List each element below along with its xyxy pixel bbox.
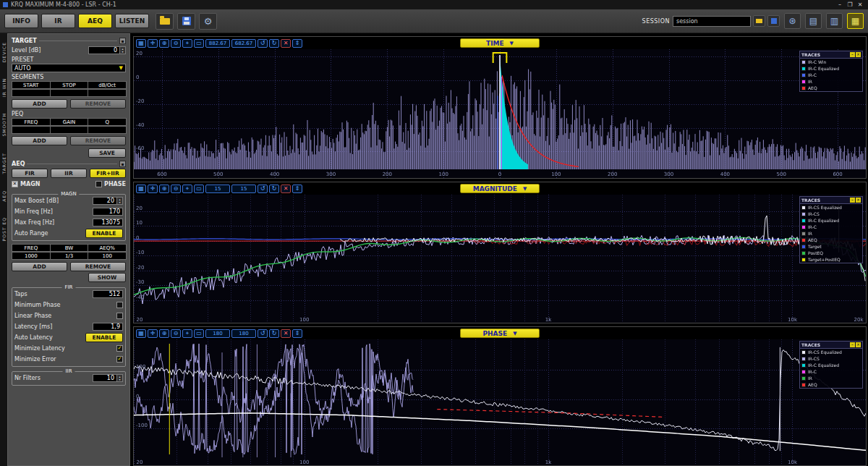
range-value-button[interactable]: 180 — [205, 329, 230, 338]
close-icon[interactable]: ✕ — [855, 1, 865, 8]
table-cell[interactable] — [50, 126, 89, 134]
legend-close-icon[interactable]: ✕ — [856, 342, 861, 347]
redo-icon[interactable]: ↻ — [269, 329, 279, 338]
minimize-error-checkbox[interactable]: ✓ — [116, 356, 123, 363]
max-boost-spinner[interactable]: ▴▾ — [117, 197, 123, 205]
side-tab-smooth[interactable]: SMOOTH — [1, 113, 7, 137]
log-scale-icon[interactable]: ▦ — [136, 185, 146, 193]
pan-icon[interactable]: ✛ — [148, 329, 158, 338]
zoom-out-icon[interactable]: ⊖ — [171, 39, 181, 48]
aeq-table-row[interactable]: 10001/3100 — [12, 252, 126, 260]
level-input[interactable]: 0 — [88, 46, 120, 54]
layout-dual-icon[interactable]: ▥ — [826, 13, 843, 29]
clear-icon[interactable]: ✕ — [281, 329, 291, 338]
collapse-icon[interactable]: ▪ — [119, 38, 126, 44]
mode-iir-button[interactable]: IIR — [51, 169, 87, 178]
time-plot-canvas[interactable] — [134, 49, 866, 178]
legend-item[interactable]: IR-C — [800, 72, 862, 78]
legend-item[interactable]: AEQ — [800, 381, 862, 388]
legend-item[interactable]: Target — [800, 243, 862, 250]
side-tab-device[interactable]: DEVICE — [1, 42, 7, 62]
legend-item[interactable]: IR-CS Equalized — [800, 204, 862, 211]
aeq-show-button[interactable]: SHOW — [88, 273, 126, 282]
max-boost-input[interactable]: 20 — [93, 197, 117, 205]
zoom-window-icon[interactable]: ⌖ — [182, 185, 192, 193]
tab-ir[interactable]: IR — [41, 14, 75, 28]
autoscale-icon[interactable]: ⇕ — [292, 329, 302, 338]
redo-icon[interactable]: ↻ — [269, 39, 279, 48]
minimize-latency-checkbox[interactable]: ✓ — [116, 345, 123, 352]
log-scale-icon[interactable]: ▦ — [136, 329, 146, 338]
undo-icon[interactable]: ↺ — [258, 39, 268, 48]
phase-checkbox[interactable] — [95, 181, 102, 187]
table-cell[interactable]: 1000 — [12, 252, 51, 260]
table-cell[interactable] — [50, 89, 89, 97]
legend-item[interactable]: IR-CS — [800, 355, 862, 362]
processing-view-icon[interactable]: ⊛ — [784, 13, 801, 29]
zoom-window-icon[interactable]: ⌖ — [182, 329, 192, 338]
collapse-icon[interactable]: ▪ — [119, 161, 126, 167]
segments-empty-row[interactable] — [12, 89, 126, 97]
nr-filters-spinner[interactable]: ▴▾ — [117, 374, 123, 382]
segments-add-button[interactable]: ADD — [12, 99, 67, 109]
table-cell[interactable]: 100 — [88, 252, 127, 260]
zoom-in-icon[interactable]: ⊕ — [159, 39, 169, 48]
legend-item[interactable]: IR-C — [800, 224, 862, 230]
nr-filters-input[interactable]: 10 — [93, 374, 117, 382]
legend-close-icon[interactable]: ✕ — [856, 52, 861, 57]
preset-select[interactable]: AUTO ▼ — [12, 64, 126, 72]
side-tab-aeq[interactable]: AEQ — [1, 190, 7, 202]
undo-icon[interactable]: ↺ — [258, 329, 268, 338]
minimum-phase-checkbox[interactable] — [116, 302, 123, 308]
range-value-button[interactable]: 882.67 — [205, 39, 230, 48]
peq-remove-button[interactable]: REMOVE — [70, 136, 126, 145]
level-spinner[interactable]: ▴▾ — [120, 46, 126, 54]
layout-single-icon[interactable]: ▤ — [805, 13, 822, 29]
legend-close-icon[interactable]: ✕ — [856, 198, 861, 203]
layout-grid-icon[interactable]: ▦ — [847, 13, 864, 29]
range-value-button[interactable]: 682.67 — [231, 39, 256, 48]
session-load-button[interactable] — [753, 15, 765, 27]
pan-icon[interactable]: ✛ — [148, 185, 158, 193]
pan-icon[interactable]: ✛ — [148, 39, 158, 48]
legend-item[interactable]: IR — [800, 78, 862, 85]
peq-add-button[interactable]: ADD — [12, 136, 67, 145]
time-chart-title-dropdown[interactable]: TIME ▼ — [460, 38, 540, 48]
legend-item[interactable]: IR-CS Equalized — [800, 349, 862, 355]
session-save-button[interactable] — [767, 15, 780, 27]
tab-info[interactable]: INFO — [4, 14, 38, 28]
range-value-button[interactable]: 15 — [231, 185, 256, 193]
legend-collapse-icon[interactable]: – — [850, 198, 855, 203]
legend-item[interactable]: AEQ — [800, 237, 862, 243]
phase-plot-canvas[interactable] — [134, 339, 866, 465]
clear-icon[interactable]: ✕ — [281, 185, 291, 193]
auto-range-enable-button[interactable]: ENABLE — [85, 229, 123, 238]
save-file-button[interactable] — [177, 13, 195, 30]
zoom-out-icon[interactable]: ⊖ — [171, 329, 181, 338]
legend-collapse-icon[interactable]: – — [850, 52, 855, 57]
phase-chart-title-dropdown[interactable]: PHASE ▼ — [460, 329, 540, 338]
target-save-button[interactable]: SAVE — [88, 148, 126, 158]
minimize-icon[interactable]: – — [835, 1, 845, 8]
legend-item[interactable]: PostEQ — [800, 250, 862, 256]
table-cell[interactable] — [88, 89, 127, 97]
session-input[interactable]: session — [673, 16, 751, 27]
maximize-icon[interactable]: ❐ — [845, 1, 855, 8]
legend-item[interactable]: IR-C Equalized — [800, 362, 862, 368]
legend-item[interactable]: IR-CS — [800, 211, 862, 217]
table-cell[interactable] — [12, 126, 51, 134]
zoom-reset-icon[interactable]: ▭ — [194, 329, 204, 338]
legend-item[interactable]: IR-C Win — [800, 59, 862, 65]
min-freq-input[interactable]: 170 — [93, 208, 123, 216]
side-tab-ir-win[interactable]: IR WIN — [1, 78, 7, 97]
tab-listen[interactable]: LISTEN — [115, 14, 149, 28]
zoom-reset-icon[interactable]: ▭ — [194, 185, 204, 193]
autoscale-icon[interactable]: ⇕ — [292, 39, 302, 48]
legend-item[interactable]: IR-C — [800, 368, 862, 375]
range-value-button[interactable]: 180 — [231, 329, 256, 338]
aeq-add-button[interactable]: ADD — [12, 262, 67, 271]
magnitude-chart-title-dropdown[interactable]: MAGNITUDE ▼ — [460, 184, 540, 193]
latency-input[interactable]: 1,9 — [93, 323, 123, 331]
table-cell[interactable] — [12, 89, 51, 97]
magn-checkbox[interactable]: ✕ — [12, 181, 18, 187]
